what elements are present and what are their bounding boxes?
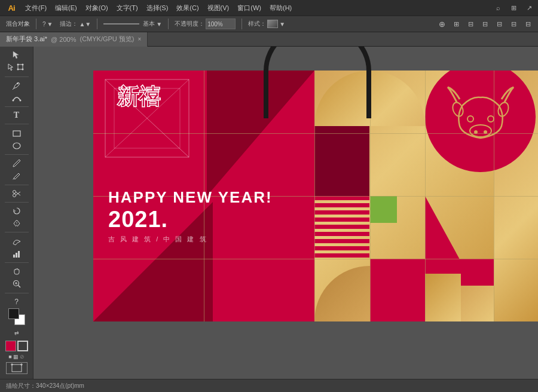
menu-edit[interactable]: 编辑(E) <box>51 2 81 14</box>
artboard-tool[interactable] <box>6 362 27 374</box>
curvature-tool[interactable] <box>2 92 31 104</box>
object-type-label: 混合对象 <box>4 19 32 29</box>
svg-rect-17 <box>18 251 20 258</box>
swap-colors-icon[interactable]: ⇄ <box>2 326 31 339</box>
artwork-container: 新禧 HAPPY NEW YEAR! 2021. 吉 风 建 筑 / 中 国 建… <box>93 71 538 327</box>
svg-rect-0 <box>18 65 23 69</box>
svg-rect-22 <box>12 365 22 372</box>
bottom-gold-rect-2 <box>461 286 494 321</box>
stroke-area[interactable]: 描边： ▲▼ <box>57 19 93 29</box>
menu-help[interactable]: 帮助(H) <box>266 2 295 14</box>
help-tool[interactable]: ? <box>2 296 31 308</box>
scissors-tool[interactable] <box>2 188 31 200</box>
toolbar-top: 混合对象 ? ▼ 描边： ▲▼ 基本 ▼ 不透明度： 样式： ▼ ⊕ ⊞ ⊟ ⊟… <box>0 16 538 32</box>
divider4 <box>242 19 242 29</box>
menu-view[interactable]: 视图(V) <box>204 2 233 14</box>
bag-handle <box>264 47 371 118</box>
tool-separator-8 <box>5 262 29 263</box>
distribute-icon[interactable]: ⊟ <box>521 17 534 30</box>
grid-icon[interactable]: ⊞ <box>450 17 463 30</box>
menu-select[interactable]: 选择(S) <box>143 2 172 14</box>
bottom-gold-rect-1 <box>425 274 461 321</box>
rotate-tool[interactable] <box>2 205 31 217</box>
tab-close-button[interactable]: × <box>138 36 142 42</box>
svg-point-7 <box>19 100 21 102</box>
zoom-tool[interactable] <box>2 278 31 290</box>
align-top-icon[interactable]: ⊟ <box>507 17 520 30</box>
tool-separator-2 <box>5 106 29 107</box>
rect-tool[interactable] <box>2 127 31 139</box>
type-tool[interactable]: T <box>2 109 31 121</box>
menu-text[interactable]: 文字(T) <box>113 2 142 14</box>
divider3 <box>168 19 169 29</box>
align-left-icon[interactable]: ⊟ <box>464 17 477 30</box>
top-right-icons: ⌕ ⊞ ↗ <box>491 1 536 14</box>
menu-file[interactable]: 文件(F) <box>22 2 50 14</box>
color-mode-icon[interactable]: ■ <box>8 354 11 360</box>
warp-tool[interactable] <box>2 235 31 247</box>
tab-mode: (CMYK/GPU 预览) <box>80 35 134 44</box>
tool-separator-6 <box>5 202 29 203</box>
svg-point-28 <box>488 116 494 122</box>
svg-point-1 <box>17 64 19 66</box>
maroon-square <box>314 126 369 196</box>
svg-point-32 <box>451 100 464 117</box>
align-center-icon[interactable]: ⊟ <box>478 17 491 30</box>
line-style-area[interactable]: 基本 ▼ <box>101 19 164 29</box>
hny-text: HAPPY NEW YEAR! 2021. 吉 风 建 筑 / 中 国 建 筑 <box>108 188 273 244</box>
arrange-icon[interactable]: ⊞ <box>507 1 520 14</box>
tool-select[interactable]: ? ▼ <box>40 20 55 28</box>
green-square <box>370 196 397 223</box>
year-text: 2021. <box>108 207 273 232</box>
svg-point-27 <box>467 116 473 122</box>
menu-object[interactable]: 对象(O) <box>82 2 112 14</box>
subtitle-text: 吉 风 建 筑 / 中 国 建 筑 <box>108 235 273 244</box>
bull-svg <box>445 84 516 150</box>
tool-separator-5 <box>5 185 29 185</box>
search-icon[interactable]: ⌕ <box>491 1 505 14</box>
stroke-swatch[interactable] <box>17 341 28 351</box>
hand-tool[interactable] <box>2 265 31 277</box>
striped-rect <box>314 196 369 259</box>
none-mode-icon[interactable]: ⊘ <box>20 354 25 360</box>
status-bar: 描绘尺寸：340×234点(pt)mm <box>0 379 538 392</box>
bar-chart-tool[interactable] <box>2 248 31 260</box>
chinese-title: 新禧 <box>117 85 160 109</box>
paintbrush-tool[interactable] <box>2 157 31 169</box>
svg-point-3 <box>17 69 19 71</box>
divider1 <box>36 19 36 29</box>
svg-point-5 <box>17 82 19 84</box>
gradient-mode-icon[interactable]: ▦ <box>13 354 19 360</box>
menu-effect[interactable]: 效果(C) <box>173 2 202 14</box>
toolbar-right-icons: ⊕ ⊞ ⊟ ⊟ ⊟ ⊟ ⊟ <box>435 17 534 30</box>
ellipse-tool[interactable] <box>2 140 31 152</box>
tool-separator-1 <box>5 76 29 77</box>
grid-h-3 <box>93 259 538 259</box>
menu-window[interactable]: 窗口(W) <box>234 2 265 14</box>
svg-line-19 <box>18 286 20 288</box>
globe-icon[interactable]: ⊕ <box>435 17 448 30</box>
main-area: T <box>0 47 538 379</box>
opacity-input[interactable] <box>206 19 236 29</box>
tab-zoom: @ 200% <box>51 36 76 43</box>
pencil-tool[interactable] <box>2 170 31 182</box>
svg-point-6 <box>12 100 14 102</box>
svg-point-10 <box>13 190 16 193</box>
canvas-area[interactable]: 新禧 HAPPY NEW YEAR! 2021. 吉 风 建 筑 / 中 国 建… <box>33 47 538 379</box>
reflect-tool[interactable] <box>2 218 31 229</box>
tool-separator-3 <box>5 124 29 124</box>
align-right-icon[interactable]: ⊟ <box>493 17 506 30</box>
active-tab[interactable]: 新年手袋 3.ai* @ 200% (CMYK/GPU 预览) × <box>0 32 148 47</box>
app-logo: Ai <box>2 0 20 16</box>
svg-rect-15 <box>13 255 15 258</box>
direct-select-tool[interactable] <box>2 62 31 74</box>
chinese-chars: 新禧 <box>117 85 160 109</box>
share-icon[interactable]: ↗ <box>522 1 536 14</box>
status-text: 描绘尺寸：340×234点(pt)mm <box>6 382 84 390</box>
opacity-area: 不透明度： <box>172 18 238 30</box>
fill-swatch[interactable] <box>5 341 16 351</box>
pen-tool[interactable] <box>2 79 31 91</box>
svg-point-11 <box>13 194 16 197</box>
tool-separator-7 <box>5 232 29 232</box>
select-tool[interactable] <box>2 49 31 61</box>
